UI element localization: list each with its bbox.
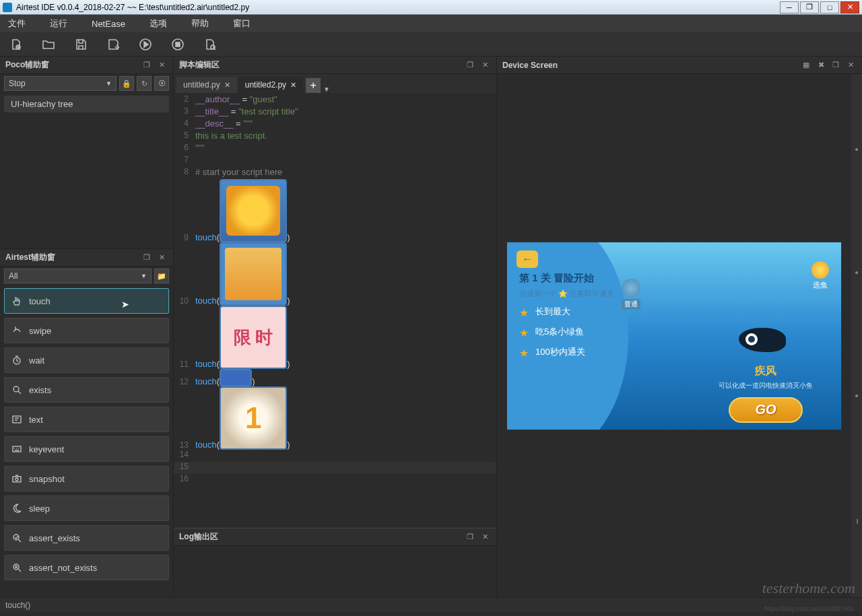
game-select-fish[interactable]: 选鱼: [811, 261, 829, 290]
swipe-icon: [11, 325, 22, 336]
chevron-down-icon: ▼: [141, 273, 147, 279]
ui-hierarchy-tree-item[interactable]: UI-hierachy tree: [4, 96, 169, 112]
svg-rect-7: [13, 416, 21, 423]
panel-close-icon[interactable]: ✕: [479, 531, 491, 543]
device-screen[interactable]: 选鱼 普通 第 1 关 冒险开始 完成第一个 ⭐ 任务即可通关 ★长到最大 ★吃…: [506, 242, 842, 430]
report-icon[interactable]: [203, 38, 217, 51]
template-image[interactable]: [220, 306, 287, 369]
svg-rect-3: [176, 42, 180, 46]
side-dot-icon[interactable]: [855, 271, 858, 274]
game-level-subtitle: 完成第一个 ⭐ 任务即可通关: [519, 289, 614, 299]
save-icon[interactable]: [74, 38, 88, 51]
game-difficulty[interactable]: 普通: [622, 279, 640, 310]
airtest-panel-title: Airtest辅助窗: [5, 252, 138, 263]
menu-file[interactable]: 文件: [8, 18, 26, 30]
game-fish-sprite: [732, 321, 799, 362]
airtest-filter-select[interactable]: All ▼: [4, 269, 152, 283]
window-title: Airtest IDE v0.0.4_2018-02-27 ~~ E:\test…: [16, 3, 780, 12]
main-toolbar: [0, 32, 862, 57]
game-fish-desc: 可以化成一道闪电快速消灭小鱼: [698, 381, 833, 390]
template-image[interactable]: [220, 369, 252, 386]
poco-panel-title: Poco辅助窗: [5, 59, 138, 71]
add-tab-button[interactable]: +: [306, 78, 321, 93]
save-as-icon[interactable]: [106, 38, 120, 51]
action-text[interactable]: text: [4, 407, 169, 432]
tab-close-icon[interactable]: ✕: [290, 81, 296, 90]
side-dot-icon[interactable]: [855, 148, 858, 151]
window-titlebar: Airtest IDE v0.0.4_2018-02-27 ~~ E:\test…: [0, 0, 862, 15]
panel-float-icon[interactable]: ❐: [141, 59, 153, 71]
svg-rect-9: [13, 477, 21, 482]
action-label: wait: [29, 355, 44, 366]
tools-icon[interactable]: ✖: [815, 59, 827, 71]
tab-label: untitled.py: [183, 80, 220, 90]
panel-float-icon[interactable]: ❐: [141, 252, 153, 264]
folder-icon[interactable]: 📁: [154, 269, 169, 283]
panel-close-icon[interactable]: ✕: [156, 59, 168, 71]
action-touch[interactable]: touch: [4, 288, 169, 314]
game-fish-name: 疾风: [698, 364, 833, 378]
menu-options[interactable]: 选项: [150, 18, 167, 30]
editor-tab-untitled2[interactable]: untitled2.py✕: [238, 77, 303, 93]
panel-close-icon[interactable]: ✕: [479, 59, 491, 71]
action-label: sleep: [29, 504, 50, 514]
panel-close-icon[interactable]: ✕: [156, 252, 168, 264]
window-maximize-button[interactable]: □: [820, 1, 839, 13]
action-wait[interactable]: wait: [4, 347, 169, 373]
grid-icon[interactable]: ▦: [800, 59, 812, 71]
editor-tab-untitled[interactable]: untitled.py✕: [176, 77, 237, 93]
airtest-filter-value: All: [9, 271, 18, 281]
menu-run[interactable]: 运行: [50, 18, 67, 30]
tab-overflow-icon[interactable]: ▼: [321, 85, 330, 93]
poco-mode-select[interactable]: Stop ▼: [4, 76, 117, 91]
record-icon[interactable]: ⦿: [154, 76, 169, 91]
action-label: snapshot: [29, 474, 65, 484]
status-bar: touch(): [0, 597, 862, 612]
assert-not-icon: [11, 562, 22, 573]
tab-close-icon[interactable]: ✕: [224, 81, 230, 90]
action-label: assert_not_exists: [29, 563, 97, 573]
run-icon[interactable]: [139, 38, 152, 51]
lock-icon[interactable]: 🔒: [119, 76, 134, 91]
tab-label: untitled2.py: [245, 80, 286, 90]
template-image[interactable]: [220, 386, 287, 450]
airtest-panel: Airtest辅助窗 ❐ ✕ All ▼ 📁 touch swipe: [0, 249, 173, 597]
open-folder-icon[interactable]: [42, 38, 55, 51]
device-side-controls: |||: [851, 74, 862, 597]
editor-tabs: untitled.py✕ untitled2.py✕ + ▼: [174, 74, 496, 93]
code-editor[interactable]: 2__author__ = "guest" 3__title__ = "test…: [174, 93, 496, 528]
device-panel-title: Device Screen: [502, 61, 797, 70]
action-snapshot[interactable]: snapshot: [4, 466, 169, 491]
menu-help[interactable]: 帮助: [191, 18, 209, 30]
game-task: 长到最大: [535, 306, 570, 318]
star-icon: ★: [519, 327, 530, 337]
template-image[interactable]: [220, 179, 287, 242]
menu-netease[interactable]: NetEase: [92, 19, 125, 29]
poco-panel: Poco辅助窗 ❐ ✕ Stop ▼ 🔒 ↻ ⦿ UI-hierachy tre…: [0, 57, 173, 249]
side-dot-icon[interactable]: [855, 395, 858, 397]
game-go-button[interactable]: GO: [729, 397, 803, 423]
panel-float-icon[interactable]: ❐: [830, 59, 842, 71]
action-assert-not-exists[interactable]: assert_not_exists: [4, 555, 169, 580]
window-restore-button[interactable]: ❐: [800, 1, 819, 13]
window-minimize-button[interactable]: ─: [780, 1, 799, 13]
new-file-icon[interactable]: [9, 38, 23, 51]
stop-icon[interactable]: [171, 38, 185, 51]
action-keyevent[interactable]: keyevent: [4, 436, 169, 462]
star-icon: ★: [519, 347, 530, 357]
refresh-icon[interactable]: ↻: [137, 76, 152, 91]
action-assert-exists[interactable]: assert_exists: [4, 525, 169, 551]
action-exists[interactable]: exists: [4, 377, 169, 403]
window-close-button[interactable]: ✕: [840, 1, 859, 13]
action-sleep[interactable]: sleep: [4, 495, 169, 521]
panel-float-icon[interactable]: ❐: [464, 59, 476, 71]
menu-window[interactable]: 窗口: [233, 18, 251, 30]
game-back-button[interactable]: [517, 250, 538, 268]
panel-close-icon[interactable]: ✕: [844, 59, 857, 71]
star-icon: ★: [519, 306, 530, 317]
panel-float-icon[interactable]: ❐: [464, 531, 476, 543]
action-swipe[interactable]: swipe: [4, 318, 169, 343]
action-label: exists: [29, 385, 51, 395]
log-panel-title: Log输出区: [179, 531, 461, 543]
template-image[interactable]: [220, 242, 287, 306]
